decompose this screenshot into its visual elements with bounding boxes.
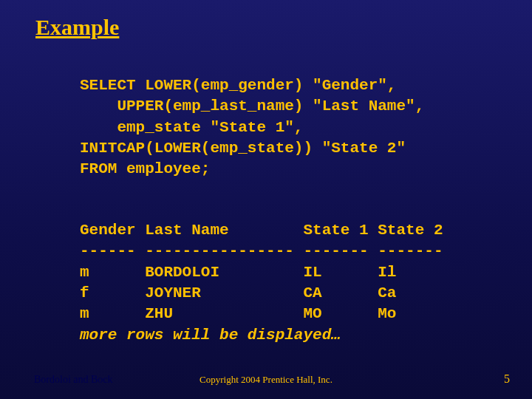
result-header: Gender Last Name State 1 State 2 <box>80 222 443 239</box>
code-line: emp_state "State 1", <box>80 119 303 136</box>
more-rows-note: more rows will be displayed… <box>80 327 341 344</box>
query-result-block: Gender Last Name State 1 State 2 ------ … <box>80 220 443 346</box>
table-row: f JOYNER CA Ca <box>80 284 396 301</box>
code-line: FROM employee; <box>80 160 210 177</box>
page-number: 5 <box>504 372 510 386</box>
code-line: INITCAP(LOWER(emp_state)) "State 2" <box>80 140 406 157</box>
result-rule: ------ ---------------- ------- ------- <box>80 242 443 259</box>
table-row: m ZHU MO Mo <box>80 305 396 322</box>
code-line: SELECT LOWER(emp_gender) "Gender", <box>80 77 396 94</box>
slide-title: Example <box>35 15 119 40</box>
code-line: UPPER(emp_last_name) "Last Name", <box>80 98 424 115</box>
footer-copyright: Copyright 2004 Prentice Hall, Inc. <box>0 374 532 386</box>
sql-code-block: SELECT LOWER(emp_gender) "Gender", UPPER… <box>80 75 424 180</box>
table-row: m BORDOLOI IL Il <box>80 264 396 281</box>
